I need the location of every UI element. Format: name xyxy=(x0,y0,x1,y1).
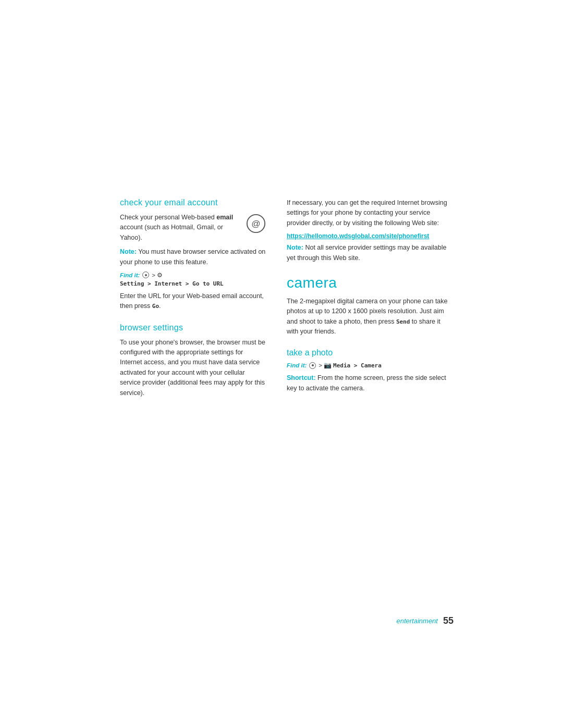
email-icon: @ xyxy=(246,214,266,237)
check-email-heading: check your email account xyxy=(120,198,266,207)
browser-settings-section: browser settings To use your phone's bro… xyxy=(120,323,266,398)
body1-pre-bold: Check your personal Web-based xyxy=(120,214,216,221)
browser-note-text: Not all service provider settings may be… xyxy=(287,244,446,261)
shortcut-label: Shortcut: xyxy=(287,374,316,381)
find-it-line-email: Find it: > ⚙ Setting > Internet > Go to … xyxy=(120,272,266,287)
footer-page-number: 55 xyxy=(443,615,454,626)
footer: entertainment 55 xyxy=(120,615,454,626)
browser-note-label: Note: xyxy=(287,244,303,251)
find-it-label-email: Find it: xyxy=(120,272,140,278)
body1-cont: account (such as Hotmail, Gmail, or Yaho… xyxy=(120,224,223,241)
find-it-arrow-camera: > xyxy=(319,362,322,368)
camera-heading: camera xyxy=(287,275,454,291)
settings-icon-email: ⚙ xyxy=(157,272,163,279)
body2-code: Go xyxy=(152,303,159,310)
take-photo-section: take a photo Find it: > 📷 Media > Camera… xyxy=(287,348,454,393)
note-text: You must have browser service activated … xyxy=(120,248,265,265)
check-email-body1: @ Check your personal Web-based email ac… xyxy=(120,213,266,243)
phonefirst-url[interactable]: https://hellomoto.wdsglobal.com/site/pho… xyxy=(287,232,454,240)
check-email-section: check your email account @ Check your pe… xyxy=(120,198,266,312)
find-it-text-camera: Media > Camera xyxy=(333,362,382,369)
right-column: If necessary, you can get the required I… xyxy=(287,198,454,402)
camera-body1-code: Send xyxy=(396,318,410,325)
camera-icon-inline: 📷 xyxy=(324,362,332,369)
footer-category: entertainment xyxy=(396,617,438,625)
check-email-body2: Enter the URL for your Web-based email a… xyxy=(120,291,266,312)
find-it-label-camera: Find it: xyxy=(287,362,307,368)
find-it-arrow1-email: > xyxy=(152,272,155,278)
body2-pre: Enter the URL for your Web-based email a… xyxy=(120,292,264,310)
nav-icon-camera xyxy=(309,362,316,369)
camera-body1: The 2-megapixel digital camera on your p… xyxy=(287,297,454,337)
browser-settings-right: If necessary, you can get the required I… xyxy=(287,198,454,263)
left-column: check your email account @ Check your pe… xyxy=(120,198,266,402)
check-email-note: Note: You must have browser service acti… xyxy=(120,247,266,267)
browser-note: Note: Not all service provider settings … xyxy=(287,243,454,263)
body2-end: . xyxy=(159,302,161,310)
shortcut-text: Shortcut: From the home screen, press th… xyxy=(287,373,454,393)
find-it-text-email: Setting > Internet > Go to URL xyxy=(120,280,224,287)
page: check your email account @ Check your pe… xyxy=(0,0,563,728)
find-it-line-camera: Find it: > 📷 Media > Camera xyxy=(287,362,454,369)
two-column-layout: check your email account @ Check your pe… xyxy=(120,198,454,402)
nav-icon-email xyxy=(142,272,149,278)
svg-text:@: @ xyxy=(251,219,260,229)
browser-settings-heading: browser settings xyxy=(120,323,266,332)
browser-body1: To use your phone's browser, the browser… xyxy=(120,338,266,398)
content-area: check your email account @ Check your pe… xyxy=(120,198,454,402)
note-label: Note: xyxy=(120,248,137,255)
camera-section: camera The 2-megapixel digital camera on… xyxy=(287,275,454,337)
take-photo-heading: take a photo xyxy=(287,348,454,357)
body1-bold: email xyxy=(216,214,233,221)
browser-body2: If necessary, you can get the required I… xyxy=(287,198,454,228)
